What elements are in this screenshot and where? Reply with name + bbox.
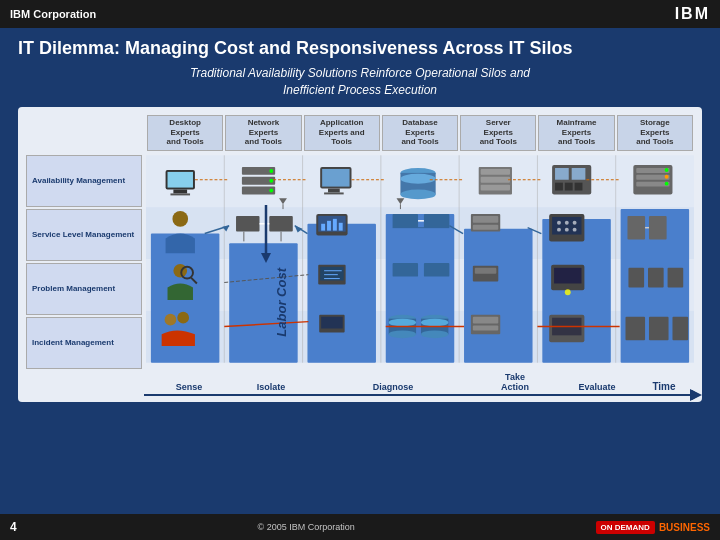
- content-box: DesktopExpertsand Tools NetworkExpertsan…: [18, 107, 702, 402]
- svg-point-77: [565, 227, 569, 231]
- main-content: IT Dilemma: Managing Cost and Responsive…: [0, 28, 720, 540]
- labor-arrow-icon: [258, 205, 274, 265]
- svg-rect-79: [627, 216, 645, 239]
- time-arrow: [26, 394, 694, 396]
- svg-rect-61: [327, 220, 331, 230]
- svg-point-82: [173, 263, 187, 277]
- svg-point-76: [557, 227, 561, 231]
- svg-rect-53: [236, 216, 259, 232]
- svg-rect-38: [481, 184, 510, 190]
- svg-rect-12: [307, 223, 376, 362]
- subtitle: Traditional Availability Solutions Reinf…: [18, 65, 702, 99]
- axis-evaluate: Evaluate: [557, 382, 637, 392]
- svg-marker-142: [690, 389, 702, 401]
- bottom-axis: Sense Isolate Diagnose TakeAction Evalua…: [26, 372, 694, 392]
- svg-point-74: [565, 220, 569, 224]
- business-label: BUSINESS: [659, 522, 710, 533]
- svg-point-33: [400, 189, 435, 199]
- svg-rect-30: [324, 192, 344, 194]
- svg-point-25: [269, 178, 273, 182]
- svg-rect-65: [424, 214, 449, 228]
- svg-rect-103: [321, 316, 343, 328]
- time-arrow-head: [690, 389, 702, 401]
- svg-rect-93: [475, 267, 497, 273]
- svg-rect-62: [333, 218, 337, 230]
- row-service: Service Level Management: [26, 209, 142, 261]
- col-network: NetworkExpertsand Tools: [225, 115, 301, 151]
- column-headers: DesktopExpertsand Tools NetworkExpertsan…: [26, 115, 694, 151]
- ibm-logo: IBM: [675, 5, 710, 23]
- axis-diagnose: Diagnose: [313, 382, 473, 392]
- svg-rect-70: [473, 224, 498, 229]
- rows-area: Availability Management Service Level Ma…: [26, 155, 694, 369]
- svg-rect-29: [328, 188, 340, 192]
- svg-point-106: [389, 330, 416, 338]
- svg-rect-48: [636, 181, 669, 186]
- labor-cost-label: Labor Cost: [274, 268, 289, 337]
- row-problem: Problem Management: [26, 263, 142, 315]
- svg-point-50: [665, 174, 669, 178]
- svg-point-101: [177, 311, 189, 323]
- axis-take-action: TakeAction: [475, 372, 555, 392]
- svg-rect-114: [473, 325, 498, 330]
- col-application: ApplicationExperts andTools: [304, 115, 380, 151]
- svg-rect-47: [636, 174, 669, 179]
- axis-sense: Sense: [149, 382, 229, 392]
- svg-rect-14: [464, 228, 533, 362]
- svg-point-107: [389, 318, 416, 326]
- time-axis-line: [144, 394, 694, 396]
- svg-rect-95: [554, 267, 581, 283]
- col-desktop: DesktopExpertsand Tools: [147, 115, 223, 151]
- svg-rect-97: [628, 267, 644, 287]
- svg-point-73: [557, 220, 561, 224]
- svg-rect-42: [555, 182, 563, 190]
- col-database: DatabaseExpertsand Tools: [382, 115, 458, 151]
- page-title: IT Dilemma: Managing Cost and Responsive…: [18, 38, 702, 59]
- svg-rect-44: [575, 182, 583, 190]
- svg-rect-43: [565, 182, 573, 190]
- svg-rect-119: [672, 316, 688, 339]
- svg-point-52: [172, 211, 188, 227]
- svg-point-24: [269, 169, 273, 173]
- svg-marker-141: [261, 253, 271, 263]
- svg-point-110: [421, 330, 448, 338]
- axis-time: Time: [639, 381, 689, 392]
- svg-rect-80: [649, 216, 667, 239]
- svg-rect-41: [572, 168, 586, 180]
- svg-rect-18: [173, 189, 187, 193]
- svg-point-78: [573, 227, 577, 231]
- svg-point-111: [421, 318, 448, 326]
- svg-rect-37: [481, 176, 510, 182]
- svg-rect-46: [636, 168, 669, 173]
- copyright: © 2005 IBM Corporation: [258, 522, 355, 532]
- svg-rect-36: [481, 169, 510, 175]
- svg-point-96: [565, 289, 571, 295]
- svg-rect-40: [555, 168, 569, 180]
- svg-point-26: [269, 188, 273, 192]
- svg-rect-117: [626, 316, 646, 339]
- company-name: IBM Corporation: [10, 8, 96, 20]
- svg-rect-13: [386, 214, 455, 363]
- svg-point-34: [400, 173, 435, 183]
- svg-point-75: [573, 220, 577, 224]
- footer: 4 © 2005 IBM Corporation ON DEMAND BUSIN…: [0, 514, 720, 540]
- svg-rect-113: [473, 316, 498, 323]
- brand-area: ON DEMAND BUSINESS: [596, 521, 710, 534]
- svg-point-100: [165, 313, 177, 325]
- chart-area: Labor Cost: [146, 155, 694, 367]
- row-incident: Incident Management: [26, 317, 142, 369]
- row-availability: Availability Management: [26, 155, 142, 207]
- chart-svg: [146, 155, 694, 363]
- col-storage: StorageExpertsand Tools: [617, 115, 693, 151]
- svg-point-51: [665, 181, 669, 185]
- svg-rect-72: [552, 217, 581, 235]
- svg-rect-60: [321, 223, 325, 230]
- axis-isolate: Isolate: [231, 382, 311, 392]
- svg-rect-118: [649, 316, 669, 339]
- svg-point-49: [665, 168, 669, 172]
- svg-rect-69: [473, 216, 498, 223]
- page-number: 4: [10, 520, 17, 534]
- svg-rect-98: [648, 267, 664, 287]
- svg-rect-91: [424, 263, 449, 277]
- svg-rect-99: [668, 267, 684, 287]
